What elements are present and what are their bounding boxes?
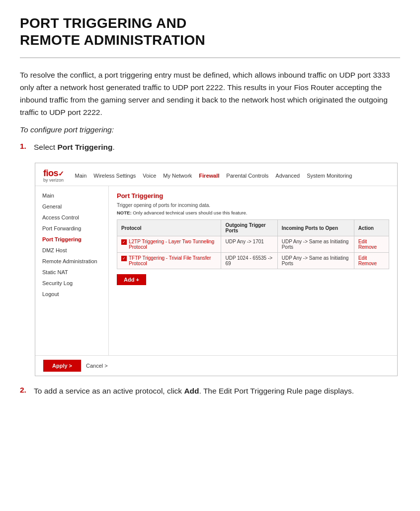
row1-remove[interactable]: Remove xyxy=(358,244,377,250)
col-outgoing: Outgoing Trigger Ports xyxy=(221,220,277,236)
nav-advanced[interactable]: Advanced xyxy=(275,173,300,179)
configure-label: To configure port triggering: xyxy=(20,125,400,134)
step-1: 1. Select Port Triggering. xyxy=(20,141,400,154)
row2-remove[interactable]: Remove xyxy=(358,261,377,266)
col-action: Action xyxy=(354,220,389,236)
nav-mynetwork[interactable]: My Network xyxy=(163,173,192,179)
row1-outgoing: UDP Any -> 1701 xyxy=(221,236,277,253)
sidebar-logout[interactable]: Logout xyxy=(35,289,108,300)
step-2-text: To add a service as an active protocol, … xyxy=(34,385,354,398)
router-footer: Apply > Cancel > xyxy=(35,355,397,376)
col-incoming: Incoming Ports to Open xyxy=(277,220,354,236)
router-ui: fios✓ by verizon Main Wireless Settings … xyxy=(35,163,398,376)
row2-protocol-name: TFTP Triggering - Trivial File Transfer … xyxy=(129,255,217,266)
divider xyxy=(20,57,400,58)
sidebar-static-nat[interactable]: Static NAT xyxy=(35,267,108,278)
router-sidebar: Main General Access Control Port Forward… xyxy=(35,186,109,355)
step-2-number: 2. xyxy=(20,385,34,395)
apply-button[interactable]: Apply > xyxy=(43,360,81,372)
step-1-text: Select Port Triggering. xyxy=(34,141,115,154)
row1-checkbox[interactable]: ✓ xyxy=(121,239,127,245)
trigger-table: Protocol Outgoing Trigger Ports Incoming… xyxy=(117,219,389,269)
col-protocol: Protocol xyxy=(117,220,221,236)
nav-parental[interactable]: Parental Controls xyxy=(226,173,268,179)
sidebar-port-triggering[interactable]: Port Triggering xyxy=(35,234,108,245)
fios-logo-text: fios✓ xyxy=(43,168,64,179)
add-button[interactable]: Add + xyxy=(117,274,146,285)
row2-protocol: ✓ TFTP Triggering - Trivial File Transfe… xyxy=(117,253,221,269)
router-navbar: fios✓ by verizon Main Wireless Settings … xyxy=(35,163,397,186)
panel-note: NOTE: Only advanced technical users shou… xyxy=(117,210,389,215)
step-1-number: 1. xyxy=(20,141,34,151)
check-icon: ✓ xyxy=(122,257,126,261)
sidebar-security-log[interactable]: Security Log xyxy=(35,278,108,289)
row1-action[interactable]: Edit Remove xyxy=(354,236,389,253)
nav-main[interactable]: Main xyxy=(75,173,87,179)
row2-action[interactable]: Edit Remove xyxy=(354,253,389,269)
row1-incoming: UDP Any -> Same as Initiating Ports xyxy=(277,236,354,253)
row2-edit[interactable]: Edit xyxy=(358,255,367,261)
router-main-panel: Port Triggering Trigger opening of ports… xyxy=(109,186,397,355)
intro-paragraph: To resolve the conflict, a port triggeri… xyxy=(20,69,400,118)
page-title: PORT TRIGGERING AND REMOTE ADMINISTRATIO… xyxy=(20,15,400,48)
fios-byline: by verizon xyxy=(43,178,64,183)
table-row: ✓ TFTP Triggering - Trivial File Transfe… xyxy=(117,253,389,269)
nav-wireless[interactable]: Wireless Settings xyxy=(93,173,136,179)
sidebar-dmz-host[interactable]: DMZ Host xyxy=(35,245,108,256)
panel-subtitle: Trigger opening of ports for incoming da… xyxy=(117,203,389,208)
panel-title: Port Triggering xyxy=(117,192,389,200)
row2-incoming: UDP Any -> Same as Initiating Ports xyxy=(277,253,354,269)
row1-protocol: ✓ L2TP Triggering - Layer Two Tunneling … xyxy=(117,236,221,253)
sidebar-main[interactable]: Main xyxy=(35,190,108,201)
sidebar-port-forwarding[interactable]: Port Forwarding xyxy=(35,223,108,234)
row2-outgoing: UDP 1024 - 65535 -> 69 xyxy=(221,253,277,269)
sidebar-general[interactable]: General xyxy=(35,201,108,212)
nav-items: Main Wireless Settings Voice My Network … xyxy=(75,173,389,179)
nav-firewall[interactable]: Firewall xyxy=(199,173,219,179)
row1-protocol-name: L2TP Triggering - Layer Two Tunneling Pr… xyxy=(129,239,217,250)
router-content: Main General Access Control Port Forward… xyxy=(35,186,397,355)
nav-sysmon[interactable]: System Monitoring xyxy=(307,173,352,179)
check-icon: ✓ xyxy=(122,240,126,244)
cancel-button[interactable]: Cancel > xyxy=(86,363,108,369)
row1-edit[interactable]: Edit xyxy=(358,239,367,244)
step-2: 2. To add a service as an active protoco… xyxy=(20,385,400,398)
nav-voice[interactable]: Voice xyxy=(143,173,156,179)
sidebar-access-control[interactable]: Access Control xyxy=(35,212,108,223)
sidebar-remote-admin[interactable]: Remote Administration xyxy=(35,256,108,267)
table-row: ✓ L2TP Triggering - Layer Two Tunneling … xyxy=(117,236,389,253)
fios-logo: fios✓ by verizon xyxy=(43,168,64,183)
row2-checkbox[interactable]: ✓ xyxy=(121,256,127,261)
